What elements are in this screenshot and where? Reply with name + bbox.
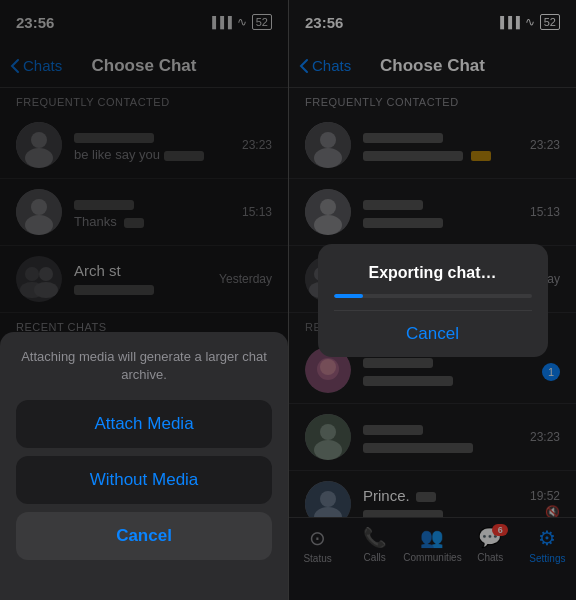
export-cancel-button[interactable]: Cancel xyxy=(334,310,532,357)
progress-bar-fill xyxy=(334,294,364,298)
action-sheet-message: Attaching media will generate a larger c… xyxy=(16,348,272,384)
progress-bar-container xyxy=(334,294,532,298)
attach-media-button[interactable]: Attach Media xyxy=(16,400,272,448)
export-dialog: Exporting chat… Cancel xyxy=(318,244,548,357)
export-overlay: Exporting chat… Cancel xyxy=(289,0,576,600)
cancel-button-left[interactable]: Cancel xyxy=(16,512,272,560)
action-sheet: Attaching media will generate a larger c… xyxy=(0,332,288,600)
action-sheet-overlay: Attaching media will generate a larger c… xyxy=(0,0,288,600)
export-title: Exporting chat… xyxy=(334,264,532,282)
without-media-button[interactable]: Without Media xyxy=(16,456,272,504)
right-phone: 23:56 ▐▐▐ ∿ 52 Chats Choose Chat FREQUEN… xyxy=(288,0,576,600)
left-phone: 23:56 ▐▐▐ ∿ 52 Chats Choose Chat FREQUEN… xyxy=(0,0,288,600)
